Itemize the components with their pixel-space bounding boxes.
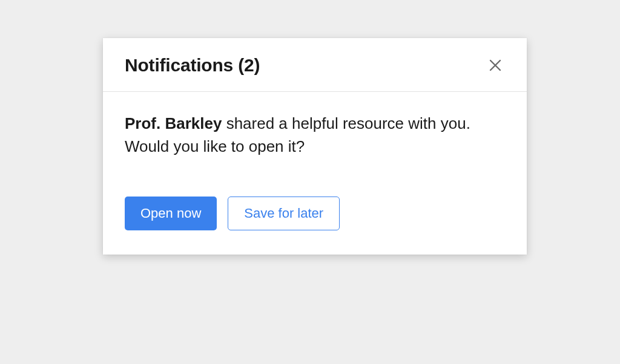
card-header: Notifications (2) [103,38,527,92]
card-title: Notifications (2) [125,55,260,76]
save-for-later-button[interactable]: Save for later [228,197,340,230]
notification-message: Prof. Barkley shared a helpful resource … [125,112,505,158]
open-now-button[interactable]: Open now [125,197,217,230]
close-icon [488,58,503,73]
action-row: Open now Save for later [125,197,505,230]
close-button[interactable] [486,56,505,75]
notification-card: Notifications (2) Prof. Barkley shared a… [103,38,527,255]
message-sender: Prof. Barkley [125,114,222,132]
card-body: Prof. Barkley shared a helpful resource … [103,92,527,255]
